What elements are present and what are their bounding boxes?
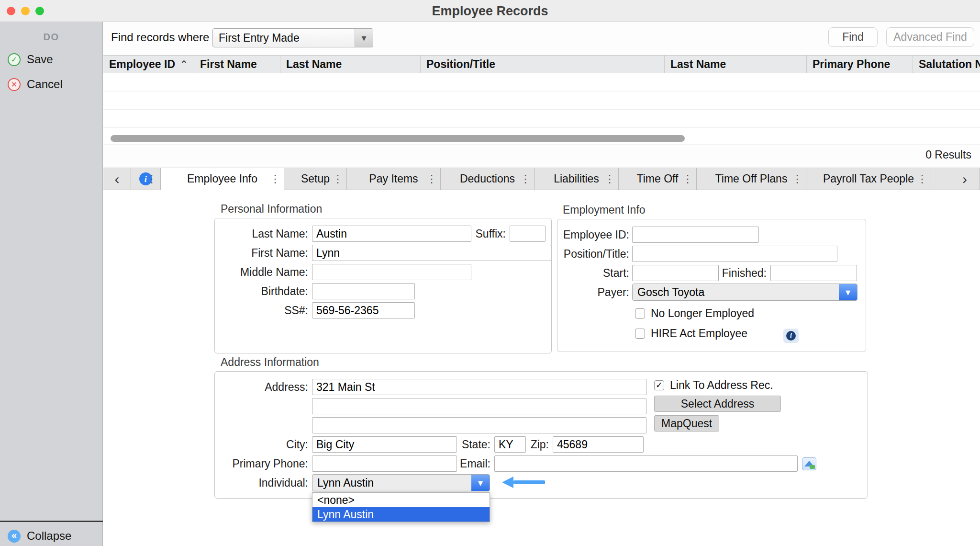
column-label: Last Name bbox=[670, 56, 726, 73]
first-name-input[interactable] bbox=[312, 245, 551, 261]
zoom-window-button[interactable] bbox=[35, 7, 44, 15]
field-row-start-finished: Start: Finished: bbox=[557, 263, 866, 283]
address-line2-input[interactable] bbox=[312, 398, 646, 414]
field-row-position-title: Position/Title: bbox=[557, 244, 866, 263]
results-table-body bbox=[103, 73, 980, 145]
find-records-where-label: Find records where bbox=[111, 31, 209, 44]
birthdate-label: Birthdate: bbox=[220, 285, 308, 298]
tab-menu-icon[interactable]: ⋮ bbox=[333, 173, 343, 185]
payer-select[interactable]: Gosch Toyota ▾ bbox=[632, 284, 858, 301]
middle-name-input[interactable] bbox=[312, 264, 471, 280]
cancel-button[interactable]: ✕ Cancel bbox=[0, 76, 102, 93]
tab-time-off[interactable]: Time Off ⋮ bbox=[619, 168, 697, 190]
collapse-icon: « bbox=[8, 530, 21, 543]
address-line3-input[interactable] bbox=[312, 417, 646, 433]
find-button[interactable]: Find bbox=[828, 27, 878, 47]
suffix-input[interactable] bbox=[510, 226, 546, 242]
save-button[interactable]: ✓ Save bbox=[0, 51, 102, 68]
email-input[interactable] bbox=[494, 455, 798, 472]
tab-liabilities[interactable]: Liabilities ⋮ bbox=[535, 168, 619, 190]
ssn-input[interactable] bbox=[312, 302, 415, 318]
primary-phone-input[interactable] bbox=[312, 455, 457, 472]
advanced-find-button-label: Advanced Find bbox=[893, 31, 967, 44]
sidebar-header: DO bbox=[0, 32, 102, 43]
tab-menu-icon[interactable]: ⋮ bbox=[520, 173, 531, 185]
field-row-payer: Payer: Gosch Toyota ▾ bbox=[557, 283, 866, 302]
tab-menu-icon[interactable]: ⋮ bbox=[270, 173, 280, 185]
tab-menu-icon[interactable]: ⋮ bbox=[146, 173, 157, 185]
employee-id-input[interactable] bbox=[632, 227, 759, 243]
table-row bbox=[103, 91, 980, 110]
column-header-last-name-2[interactable]: Last Name bbox=[665, 56, 807, 73]
column-label: Position/Title bbox=[426, 56, 495, 73]
address-line1-input[interactable] bbox=[312, 379, 646, 395]
primary-phone-label: Primary Phone: bbox=[220, 457, 308, 470]
column-header-last-name[interactable]: Last Name bbox=[280, 56, 421, 73]
individual-select[interactable]: Lynn Austin ▾ bbox=[312, 474, 490, 491]
email-icon-shape bbox=[810, 465, 815, 469]
employment-info-title: Employment Info bbox=[563, 204, 646, 216]
collapse-button[interactable]: « Collapse bbox=[0, 527, 102, 545]
tab-time-off-plans[interactable]: Time Off Plans ⋮ bbox=[697, 168, 806, 190]
zip-label: Zip: bbox=[526, 438, 549, 451]
tabs-scroll-left-button[interactable]: ‹ bbox=[103, 168, 131, 190]
tab-label: Liabilities bbox=[554, 172, 599, 185]
link-to-address-checkbox[interactable]: ✓ Link To Address Rec. bbox=[654, 376, 773, 394]
tabs-scroll-right-button[interactable]: › bbox=[950, 168, 980, 190]
hire-act-info-button[interactable]: i bbox=[783, 329, 799, 343]
cancel-button-label: Cancel bbox=[27, 78, 63, 91]
close-window-button[interactable] bbox=[7, 7, 15, 15]
tab-payroll-tax-people[interactable]: Payroll Tax People ⋮ bbox=[806, 168, 931, 190]
zip-input[interactable] bbox=[553, 436, 644, 453]
last-name-label: Last Name: bbox=[220, 228, 308, 240]
start-input[interactable] bbox=[632, 265, 719, 281]
personal-information-group: Last Name: Suffix: First Name: Middle Na… bbox=[214, 218, 552, 353]
column-header-first-name[interactable]: First Name bbox=[194, 56, 280, 73]
chevron-down-icon: ▾ bbox=[471, 475, 490, 491]
tab-menu-icon[interactable]: ⋮ bbox=[682, 173, 693, 185]
save-button-label: Save bbox=[27, 53, 53, 66]
sidebar: DO ✓ Save ✕ Cancel « Collapse bbox=[0, 22, 103, 546]
checkbox-box bbox=[635, 329, 645, 339]
tab-menu-icon[interactable]: ⋮ bbox=[792, 173, 802, 185]
tab-label: Deductions bbox=[460, 172, 515, 185]
state-input[interactable] bbox=[494, 436, 526, 453]
employee-id-label: Employee ID: bbox=[562, 228, 629, 241]
column-header-primary-phone[interactable]: Primary Phone bbox=[807, 56, 913, 73]
no-longer-employed-checkbox[interactable]: No Longer Employed bbox=[635, 305, 866, 322]
tab-menu-icon[interactable]: ⋮ bbox=[604, 173, 615, 185]
main-content: Find records where First Entry Made ▾ Fi… bbox=[103, 22, 980, 546]
advanced-find-button[interactable]: Advanced Find bbox=[886, 27, 974, 47]
tab-info[interactable]: i ⋮ bbox=[131, 168, 161, 190]
city-input[interactable] bbox=[312, 436, 457, 453]
tab-deductions[interactable]: Deductions ⋮ bbox=[441, 168, 535, 190]
chevron-down-icon: ▾ bbox=[839, 284, 857, 300]
dropdown-option-lynn-austin[interactable]: Lynn Austin bbox=[312, 507, 490, 522]
column-label: Salutation N bbox=[919, 56, 980, 73]
individual-dropdown-menu: <none> Lynn Austin bbox=[312, 492, 490, 522]
birthdate-input[interactable] bbox=[312, 283, 415, 299]
find-criteria-select[interactable]: First Entry Made ▾ bbox=[212, 28, 373, 47]
tab-menu-icon[interactable]: ⋮ bbox=[917, 173, 927, 185]
tab-menu-icon[interactable]: ⋮ bbox=[426, 173, 437, 185]
hire-act-employee-checkbox[interactable]: HIRE Act Employee bbox=[635, 325, 866, 342]
column-header-position-title[interactable]: Position/Title bbox=[421, 56, 665, 73]
column-header-employee-id[interactable]: Employee ID ⌃ bbox=[103, 56, 194, 73]
checkbox-box bbox=[635, 308, 645, 318]
select-address-button[interactable]: Select Address bbox=[654, 396, 781, 412]
minimize-window-button[interactable] bbox=[21, 7, 30, 15]
horizontal-scrollbar[interactable] bbox=[111, 135, 685, 142]
tab-pay-items[interactable]: Pay Items ⋮ bbox=[347, 168, 441, 190]
tab-employee-info[interactable]: Employee Info ⋮ bbox=[161, 168, 284, 190]
email-icon[interactable] bbox=[802, 457, 816, 470]
mapquest-button[interactable]: MapQuest bbox=[654, 415, 719, 432]
tab-setup[interactable]: Setup ⋮ bbox=[284, 168, 347, 190]
column-header-salutation[interactable]: Salutation N bbox=[913, 56, 980, 73]
position-title-input[interactable] bbox=[632, 246, 837, 262]
last-name-input[interactable] bbox=[312, 226, 471, 242]
dropdown-option-none[interactable]: <none> bbox=[312, 493, 490, 507]
chevron-down-glyph: ▾ bbox=[361, 32, 366, 44]
table-row bbox=[103, 110, 980, 128]
x-icon: ✕ bbox=[8, 78, 21, 91]
finished-input[interactable] bbox=[770, 265, 857, 281]
